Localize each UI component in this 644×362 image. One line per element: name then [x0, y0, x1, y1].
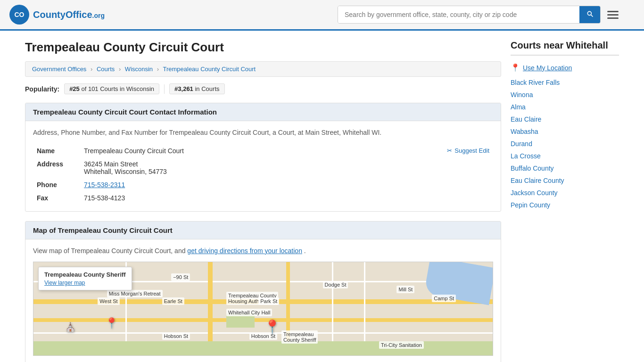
map-label-morgan: Miss Morgan's Retreat	[107, 290, 163, 297]
breadcrumb: Government Offices › Courts › Wisconsin …	[25, 61, 501, 77]
sidebar-item-alma[interactable]: Alma	[511, 103, 526, 111]
list-item: Jackson County	[511, 189, 619, 197]
list-item: Durand	[511, 140, 619, 148]
menu-icon	[607, 14, 619, 16]
list-item: Buffalo County	[511, 165, 619, 172]
sidebar-item-eau-claire-county[interactable]: Eau Claire County	[511, 177, 564, 184]
map-pin-church: ⛪	[65, 322, 75, 332]
map-section-body: View map of Trempealeau County Circuit C…	[25, 239, 501, 362]
table-row-address: Address 36245 Main Street Whitehall, Wis…	[33, 157, 493, 178]
contact-section-header: Trempealeau County Circuit Court Contact…	[25, 103, 501, 121]
list-item: Eau Claire	[511, 115, 619, 123]
map-label-tri-city: Tri-City Sanitation	[379, 341, 424, 349]
list-item: Alma	[511, 103, 619, 111]
popularity-label: Popularity:	[25, 85, 59, 93]
map-label-park: Park St	[258, 297, 279, 305]
contact-description: Address, Phone Number, and Fax Number fo…	[33, 128, 493, 138]
map-label-city-hall: Whitehall City Hall	[226, 309, 272, 316]
sidebar-item-black-river-falls[interactable]: Black River Falls	[511, 79, 560, 86]
menu-icon	[607, 11, 619, 12]
sidebar-item-buffalo-county[interactable]: Buffalo County	[511, 165, 554, 172]
map-container[interactable]: Trempealeau CountyHousing Auth Whitehall…	[33, 262, 493, 356]
search-input[interactable]	[338, 6, 579, 23]
list-item: Pepin County	[511, 201, 619, 209]
map-label-st: −90 St	[171, 273, 190, 281]
sidebar-item-wabasha[interactable]: Wabasha	[511, 128, 538, 135]
table-row-fax: Fax 715-538-4123	[33, 191, 493, 205]
logo-text: CountyOffice.org	[33, 9, 105, 20]
map-label-earle: Earle St	[162, 297, 184, 305]
sidebar-item-la-crosse[interactable]: La Crosse	[511, 152, 541, 160]
popularity-courts-badge: #3,261 in Courts	[169, 83, 224, 94]
menu-icon	[607, 17, 619, 19]
breadcrumb-gov-offices[interactable]: Government Offices	[32, 66, 86, 73]
page-title: Trempealeau County Circuit Court	[25, 40, 501, 55]
contact-section-body: Address, Phone Number, and Fax Number fo…	[25, 121, 501, 211]
main-content: Trempealeau County Circuit Court Governm…	[25, 40, 501, 362]
phone-label: Phone	[33, 178, 80, 191]
sidebar-item-pepin-county[interactable]: Pepin County	[511, 201, 550, 209]
map-popup-link[interactable]: View larger map	[44, 280, 85, 286]
breadcrumb-current[interactable]: Trempealeau County Circuit Court	[163, 66, 256, 73]
sidebar-item-winona[interactable]: Winona	[511, 91, 533, 99]
list-item: Eau Claire County	[511, 177, 619, 184]
sidebar-item-durand[interactable]: Durand	[511, 140, 532, 148]
address-value: 36245 Main Street Whitehall, Wisconsin, …	[80, 157, 493, 178]
logo: CO CountyOffice.org	[9, 5, 105, 25]
svg-text:CO: CO	[15, 11, 25, 18]
menu-button[interactable]	[605, 9, 620, 21]
map-pin-secondary: 📍	[105, 317, 118, 329]
map-description: View map of Trempealeau County Circuit C…	[33, 246, 493, 256]
map-label-mill: Mill St	[396, 286, 414, 293]
name-value: Trempealeau County Circuit Court	[84, 147, 184, 155]
list-item: Winona	[511, 91, 619, 99]
list-item: La Crosse	[511, 152, 619, 160]
map-label-dodge: Dodge St	[323, 281, 348, 288]
sidebar-title: Courts near Whitehall	[511, 40, 619, 56]
use-my-location-link[interactable]: Use My Location	[523, 64, 572, 72]
address-line1: 36245 Main Street	[84, 160, 489, 168]
location-pin-icon: 📍	[511, 63, 520, 72]
search-button[interactable]	[579, 6, 600, 23]
map-popup: Trempealeau County Sheriff View larger m…	[38, 267, 132, 290]
suggest-edit-button[interactable]: ✂ Suggest Edit	[447, 147, 489, 154]
map-pin-main: 📍	[264, 319, 281, 335]
map-label-west: West St	[98, 297, 119, 305]
map-section: Map of Trempealeau County Circuit Court …	[25, 221, 501, 362]
driving-directions-link[interactable]: get driving directions from your locatio…	[187, 247, 302, 255]
logo-icon: CO	[9, 5, 29, 25]
map-popup-title: Trempealeau County Sheriff	[44, 271, 126, 278]
popularity-rank-badge: #25 of 101 Courts in Wisconsin	[64, 83, 159, 94]
contact-section: Trempealeau County Circuit Court Contact…	[25, 103, 501, 212]
search-area	[338, 6, 620, 24]
sidebar-item-eau-claire[interactable]: Eau Claire	[511, 115, 541, 123]
list-item: Black River Falls	[511, 79, 619, 86]
address-line2: Whitehall, Wisconsin, 54773	[84, 168, 489, 175]
sidebar: Courts near Whitehall 📍 Use My Location …	[511, 40, 619, 362]
fax-label: Fax	[33, 191, 80, 205]
site-header: CO CountyOffice.org	[0, 0, 644, 31]
list-item: Wabasha	[511, 128, 619, 135]
table-row-phone: Phone 715-538-2311	[33, 178, 493, 191]
table-row-name: Name Trempealeau County Circuit Court ✂ …	[33, 144, 493, 157]
name-label: Name	[33, 144, 80, 157]
map-section-header: Map of Trempealeau County Circuit Court	[25, 222, 501, 239]
road	[33, 318, 493, 322]
popularity-bar: Popularity: #25 of 101 Courts in Wiscons…	[25, 83, 501, 94]
fax-value: 715-538-4123	[80, 191, 493, 205]
sidebar-location: 📍 Use My Location	[511, 63, 619, 72]
breadcrumb-courts[interactable]: Courts	[97, 66, 115, 73]
sidebar-item-jackson-county[interactable]: Jackson County	[511, 189, 558, 197]
name-value-cell: Trempealeau County Circuit Court ✂ Sugge…	[80, 144, 493, 157]
contact-info-table: Name Trempealeau County Circuit Court ✂ …	[33, 144, 493, 205]
page-container: Trempealeau County Circuit Court Governm…	[16, 31, 628, 362]
map-label-camp: Camp St	[432, 295, 456, 302]
sidebar-nearby-list: Black River Falls Winona Alma Eau Claire…	[511, 79, 619, 209]
address-label: Address	[33, 157, 80, 178]
phone-link[interactable]: 715-538-2311	[84, 181, 125, 189]
search-box	[338, 6, 601, 24]
breadcrumb-wisconsin[interactable]: Wisconsin	[125, 66, 153, 73]
map-label-hobson: Hobson St	[162, 332, 190, 340]
map-label-sheriff2: TrempealeauCounty Sheriff	[281, 330, 318, 344]
